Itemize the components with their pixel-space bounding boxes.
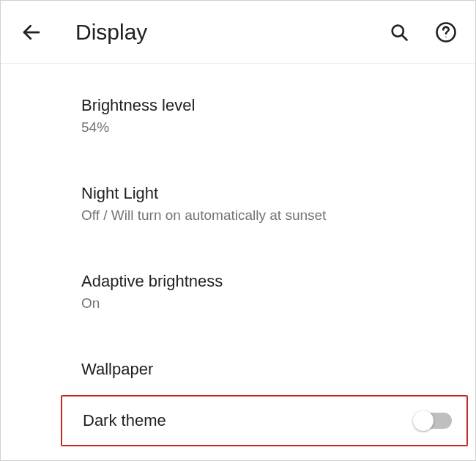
adaptive-brightness-row[interactable]: Adaptive brightness On [1, 257, 475, 326]
search-icon [389, 22, 409, 43]
wallpaper-row[interactable]: Wallpaper [1, 345, 475, 394]
search-button[interactable] [386, 19, 412, 45]
setting-title: Adaptive brightness [81, 272, 223, 291]
setting-text: Dark theme [83, 411, 166, 430]
setting-text: Adaptive brightness On [81, 272, 223, 311]
arrow-back-icon [21, 21, 42, 43]
dark-theme-toggle[interactable] [415, 413, 452, 429]
setting-subtitle: Off / Will turn on automatically at suns… [81, 207, 326, 224]
settings-list: Brightness level 54% Night Light Off / W… [1, 64, 475, 446]
setting-text: Night Light Off / Will turn on automatic… [81, 184, 326, 224]
setting-text: Wallpaper [81, 360, 153, 379]
setting-subtitle: 54% [81, 119, 195, 136]
help-button[interactable] [433, 19, 459, 45]
dark-theme-row[interactable]: Dark theme [62, 399, 466, 442]
night-light-row[interactable]: Night Light Off / Will turn on automatic… [1, 169, 475, 238]
setting-title: Brightness level [81, 96, 195, 115]
header-actions [386, 19, 459, 45]
setting-text: Brightness level 54% [81, 96, 195, 136]
toggle-knob [413, 410, 434, 431]
setting-title: Wallpaper [81, 360, 153, 379]
app-header: Display [1, 1, 475, 64]
help-icon [435, 21, 457, 43]
dark-theme-highlight: Dark theme [61, 395, 468, 446]
svg-line-2 [402, 35, 406, 40]
brightness-level-row[interactable]: Brightness level 54% [1, 81, 475, 150]
page-title: Display [75, 20, 386, 45]
setting-title: Night Light [81, 184, 326, 203]
setting-subtitle: On [81, 295, 223, 311]
svg-point-4 [445, 36, 447, 37]
setting-title: Dark theme [83, 411, 166, 430]
back-button[interactable] [17, 18, 46, 47]
